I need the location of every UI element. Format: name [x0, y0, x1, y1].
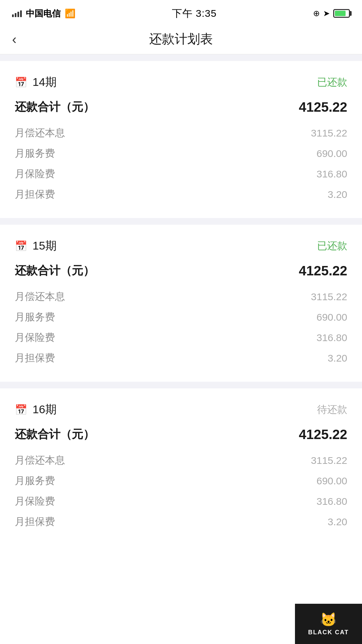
detail-value: 690.00	[316, 475, 347, 487]
detail-value: 316.80	[316, 496, 347, 507]
period-number: 15期	[33, 238, 57, 254]
period-number: 16期	[33, 402, 57, 417]
total-value: 4125.22	[299, 100, 347, 115]
detail-row: 月服务费690.00	[15, 143, 347, 164]
payment-card-16: 📅16期待还款还款合计（元）4125.22月偿还本息3115.22月服务费690…	[0, 388, 362, 545]
battery-fill	[335, 11, 346, 16]
detail-label: 月服务费	[15, 474, 55, 488]
page-header: ‹ 还款计划表	[0, 24, 362, 54]
calendar-icon: 📅	[15, 240, 27, 252]
detail-label: 月保险费	[15, 494, 55, 508]
battery-icon	[333, 9, 350, 18]
card-header-period-14: 📅14期已还款	[15, 74, 347, 90]
card-header-period-16: 📅16期待还款	[15, 402, 347, 417]
detail-label: 月保险费	[15, 167, 55, 181]
total-row: 还款合计（元）4125.22	[15, 427, 347, 442]
period-label: 📅16期	[15, 402, 57, 417]
detail-label: 月偿还本息	[15, 126, 65, 140]
detail-row: 月服务费690.00	[15, 307, 347, 327]
detail-value: 3115.22	[311, 127, 347, 139]
detail-value: 316.80	[316, 168, 347, 180]
total-label: 还款合计（元）	[15, 263, 95, 278]
detail-row: 月担保费3.20	[15, 512, 347, 532]
detail-label: 月服务费	[15, 147, 55, 160]
status-time: 下午 3:35	[172, 7, 217, 20]
period-label: 📅15期	[15, 238, 57, 254]
calendar-icon: 📅	[15, 76, 27, 88]
detail-label: 月偿还本息	[15, 290, 65, 304]
payment-card-14: 📅14期已还款还款合计（元）4125.22月偿还本息3115.22月服务费690…	[0, 61, 362, 218]
detail-label: 月担保费	[15, 187, 55, 201]
total-row: 还款合计（元）4125.22	[15, 263, 347, 278]
payment-list: 📅14期已还款还款合计（元）4125.22月偿还本息3115.22月服务费690…	[0, 54, 362, 545]
card-header-period-15: 📅15期已还款	[15, 238, 347, 254]
detail-label: 月保险费	[15, 331, 55, 344]
detail-row: 月保险费316.80	[15, 164, 347, 184]
detail-row: 月保险费316.80	[15, 491, 347, 512]
detail-row: 月偿还本息3115.22	[15, 123, 347, 143]
calendar-icon: 📅	[15, 404, 27, 416]
period-number: 14期	[33, 74, 57, 90]
page-title: 还款计划表	[149, 31, 213, 48]
detail-value: 3.20	[328, 189, 347, 200]
total-label: 还款合计（元）	[15, 99, 95, 115]
payment-card-15: 📅15期已还款还款合计（元）4125.22月偿还本息3115.22月服务费690…	[0, 225, 362, 382]
section-separator	[0, 218, 362, 225]
wifi-icon: 📶	[65, 8, 75, 19]
cat-icon: 🐱	[320, 612, 337, 628]
detail-value: 3.20	[328, 353, 347, 364]
total-label: 还款合计（元）	[15, 427, 95, 442]
period-status: 待还款	[317, 403, 347, 417]
period-status: 已还款	[317, 75, 347, 89]
detail-value: 3115.22	[311, 291, 347, 303]
total-value: 4125.22	[299, 263, 347, 278]
status-carrier: 中国电信 📶	[12, 8, 75, 19]
detail-value: 316.80	[316, 332, 347, 343]
detail-label: 月担保费	[15, 515, 55, 529]
detail-value: 3.20	[328, 516, 347, 528]
gps-icon: ➤	[323, 9, 330, 18]
detail-value: 690.00	[316, 148, 347, 159]
period-label: 📅14期	[15, 74, 57, 90]
detail-row: 月服务费690.00	[15, 471, 347, 491]
status-bar: 中国电信 📶 下午 3:35 ⊕ ➤	[0, 0, 362, 24]
period-status: 已还款	[317, 239, 347, 253]
watermark: 🐱 BLACK CAT	[295, 604, 362, 644]
total-row: 还款合计（元）4125.22	[15, 99, 347, 115]
detail-value: 3115.22	[311, 455, 347, 466]
location-icon: ⊕	[313, 9, 320, 18]
watermark-text: BLACK CAT	[308, 629, 349, 636]
section-separator	[0, 54, 362, 61]
carrier-name: 中国电信	[26, 8, 61, 19]
detail-row: 月偿还本息3115.22	[15, 450, 347, 471]
status-right-icons: ⊕ ➤	[313, 9, 350, 18]
signal-icon	[12, 10, 22, 17]
detail-row: 月偿还本息3115.22	[15, 286, 347, 307]
section-separator	[0, 382, 362, 388]
detail-value: 690.00	[316, 312, 347, 323]
detail-row: 月担保费3.20	[15, 348, 347, 368]
detail-row: 月担保费3.20	[15, 184, 347, 205]
back-button[interactable]: ‹	[12, 33, 16, 46]
total-value: 4125.22	[299, 427, 347, 442]
detail-label: 月担保费	[15, 351, 55, 365]
detail-row: 月保险费316.80	[15, 327, 347, 348]
detail-label: 月服务费	[15, 310, 55, 324]
detail-label: 月偿还本息	[15, 453, 65, 467]
